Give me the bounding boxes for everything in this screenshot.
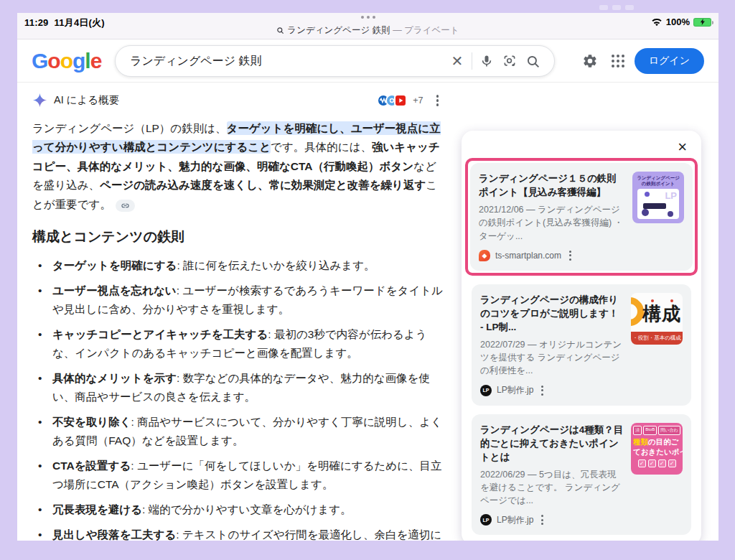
thumbnail-badge: BtoB (643, 426, 657, 435)
google-logo-letter: l (85, 49, 90, 73)
annotation-highlight-box: ランディングページ１５の鉄則ポイント【見込み客獲得編】2021/12/06 — … (465, 158, 698, 276)
result-domain: ts-smartplan.com (495, 251, 561, 261)
tab-separator: — (393, 25, 402, 35)
battery-percent: 100% (666, 17, 690, 27)
result-menu-icon[interactable] (538, 513, 546, 526)
ai-overview-header: AI による概要 +7 (32, 92, 444, 109)
result-card[interactable]: ランディングページ１５の鉄則ポイント【見込み客獲得編】2021/12/06 — … (470, 163, 693, 271)
result-domain: LP制作.jp (497, 384, 533, 396)
thumbnail-line1: 種類の目的ご (633, 437, 680, 447)
thumbnail-band-text: ・役割・基本の構成 (631, 332, 683, 345)
thumbnail-big-text: 構成 (642, 302, 681, 327)
google-logo-letter: g (72, 49, 85, 73)
thumbnail-badge: 問い合わ (658, 426, 680, 435)
site-favicon-icon: LP (480, 514, 492, 526)
gemini-sparkle-icon (32, 93, 47, 108)
search-divider (472, 52, 472, 70)
clear-query-icon[interactable]: ✕ (446, 50, 469, 73)
site-favicon-icon: ◆ (479, 250, 490, 261)
search-icon (276, 27, 284, 37)
thumbnail-checkbox: ✓ (668, 459, 676, 467)
thumbnail-checkbox: ✓ (658, 459, 666, 467)
bullet-term: キャッチコピーとアイキャッチを工夫する (52, 328, 268, 340)
bullet-item: ユーザー視点を忘れない: ユーザーが検索するであろうキーワードをタイトルや見出し… (32, 281, 444, 319)
search-input[interactable]: ランディングページ 鉄則 (130, 54, 446, 69)
result-source-row: ◆ts-smartplan.com (479, 249, 684, 262)
multitask-dots-icon[interactable] (361, 16, 375, 19)
source-favicons[interactable] (377, 94, 407, 107)
search-submit-icon[interactable] (521, 50, 544, 73)
bullet-term: 具体的なメリットを示す (52, 372, 177, 384)
ai-overview-bullet-list: ターゲットを明確にする: 誰に何を伝えたいかを絞り込みます。ユーザー視点を忘れな… (32, 256, 444, 541)
bullet-item: キャッチコピーとアイキャッチを工夫する: 最初の3秒で内容が伝わるような、インパ… (32, 325, 444, 363)
result-thumbnail-kousei: 構成・役割・基本の構成 (631, 293, 683, 345)
browser-chrome: 11:2911月4日(火) ランディングページ 鉄則 — プライベート 100% (17, 13, 718, 39)
bullet-item: CTAを設置する: ユーザーに「何をしてほしいか」を明確にするために、目立つ場所… (32, 457, 444, 494)
intro-text: ランディングページ（LP）の鉄則は、 (32, 122, 227, 134)
ipad-screen: 11:2911月4日(火) ランディングページ 鉄則 — プライベート 100%… (17, 13, 718, 541)
more-sources-count[interactable]: +7 (413, 95, 423, 106)
citation-link-icon[interactable] (116, 200, 135, 212)
settings-gear-icon[interactable] (579, 50, 601, 73)
result-source-row: LPLP制作.jp (480, 513, 683, 526)
thumbnail-illustration: LP (637, 189, 679, 219)
result-menu-icon[interactable] (566, 249, 574, 262)
bullet-term: ターゲットを明確にする (52, 259, 177, 271)
result-snippet: 2022/06/29 — 5つ目は、冗長表現を避けることです。 ランディングペー… (480, 468, 624, 507)
microphone-icon[interactable] (475, 50, 498, 73)
result-snippet: 2021/12/06 — ランディングページの鉄則ポイント(見込み客獲得編) ・… (479, 203, 625, 242)
bullet-term: 不安を取り除く (52, 416, 131, 428)
address-bar[interactable]: ランディングページ 鉄則 — プライベート (17, 24, 718, 37)
ai-overview-intro: ランディングページ（LP）の鉄則は、ターゲットを明確にし、ユーザー視点に立って分… (32, 119, 444, 215)
result-card[interactable]: ランディングページの構成作りのコツをプロがご説明します！ - LP制...202… (472, 284, 691, 406)
thumbnail-lp-label: LP (665, 190, 677, 201)
google-logo[interactable]: Google (32, 49, 101, 73)
result-thumbnail-pink: 済BtoB問い合わ種類の目的ごておきたいポイ✓✓✓✓ (631, 423, 683, 475)
battery-charging-icon (693, 18, 711, 27)
search-box[interactable]: ランディングページ 鉄則 ✕ (115, 45, 555, 77)
bullet-term: ユーザー視点を忘れない (52, 284, 177, 297)
bullet-item: 見出しや段落を工夫する: テキストのサイズや行間を最適化し、余白を適切に使うこと… (32, 526, 444, 541)
google-lens-icon[interactable] (498, 50, 521, 73)
bullet-term: CTAを設置する (52, 459, 131, 472)
tab-title: ランディングページ 鉄則 (287, 25, 390, 35)
result-title[interactable]: ランディングページの構成作りのコツをプロがご説明します！ - LP制... (480, 293, 624, 334)
intro-text: です。具体的には、 (271, 141, 372, 153)
google-logo-letter: o (47, 49, 60, 73)
bullet-item: 不安を取り除く: 商品やサービスについて、分かりやすく丁寧に説明し、よくある質問… (32, 413, 444, 450)
result-menu-icon[interactable] (538, 384, 546, 397)
header-actions: ログイン (579, 48, 704, 74)
result-title[interactable]: ランディングページ１５の鉄則ポイント【見込み客獲得編】 (479, 172, 625, 199)
thumbnail-checkbox: ✓ (648, 459, 656, 467)
bullet-term: 見出しや段落を工夫する (52, 528, 176, 541)
thumbnail-caption: ランディングページの鉄則ポイント (636, 175, 680, 187)
section-title-structure: 構成とコンテンツの鉄則 (32, 228, 444, 246)
sources-side-panel: × ランディングページ１５の鉄則ポイント【見込み客獲得編】2021/12/06 … (462, 131, 701, 541)
bullet-item: 冗長表現を避ける: 端的で分かりやすい文章を心がけます。 (32, 500, 444, 519)
site-favicon-icon: LP (480, 385, 492, 396)
source-favicon-youtube-icon (394, 94, 407, 107)
login-button[interactable]: ログイン (635, 48, 704, 74)
ai-overview-label: AI による概要 (54, 93, 119, 107)
bullet-term: 冗長表現を避ける (52, 503, 142, 515)
close-panel-icon[interactable]: × (673, 138, 691, 157)
result-card[interactable]: ランディングページは4種類？目的ごとに抑えておきたいポイントとは2022/06/… (472, 414, 691, 536)
result-title[interactable]: ランディングページは4種類？目的ごとに抑えておきたいポイントとは (480, 423, 624, 464)
wifi-icon (651, 18, 663, 27)
google-apps-icon[interactable] (612, 55, 624, 67)
ai-overview-section: AI による概要 +7 ランディングページ（LP）の鉄則は、ターゲットを明確にし… (32, 92, 444, 541)
result-domain: LP制作.jp (497, 514, 533, 526)
private-badge: プライベート (404, 25, 459, 35)
google-logo-letter: o (60, 49, 72, 73)
result-snippet: 2022/07/29 — オリジナルコンテンツを提供する ランディングページの利… (480, 338, 624, 377)
ai-overview-menu-icon[interactable] (431, 92, 445, 109)
google-logo-letter: e (90, 49, 102, 73)
bullet-item: 具体的なメリットを示す: 数字などの具体的なデータや、魅力的な画像を使い、商品や… (32, 369, 444, 406)
result-thumbnail-purple-lp: ランディングページの鉄則ポイントLP (632, 172, 684, 223)
thumbnail-line2: ておきたいポイ (633, 447, 680, 457)
bullet-item: ターゲットを明確にする: 誰に何を伝えたいかを絞り込みます。 (32, 256, 444, 275)
result-source-row: LPLP制作.jp (480, 384, 683, 397)
wallpaper-dots (599, 5, 634, 10)
intro-text: ページの読み込み速度を速くし、常に効果測定と改善を繰り返す (100, 179, 426, 191)
google-header: Google ランディングページ 鉄則 ✕ ログイン (17, 39, 718, 83)
